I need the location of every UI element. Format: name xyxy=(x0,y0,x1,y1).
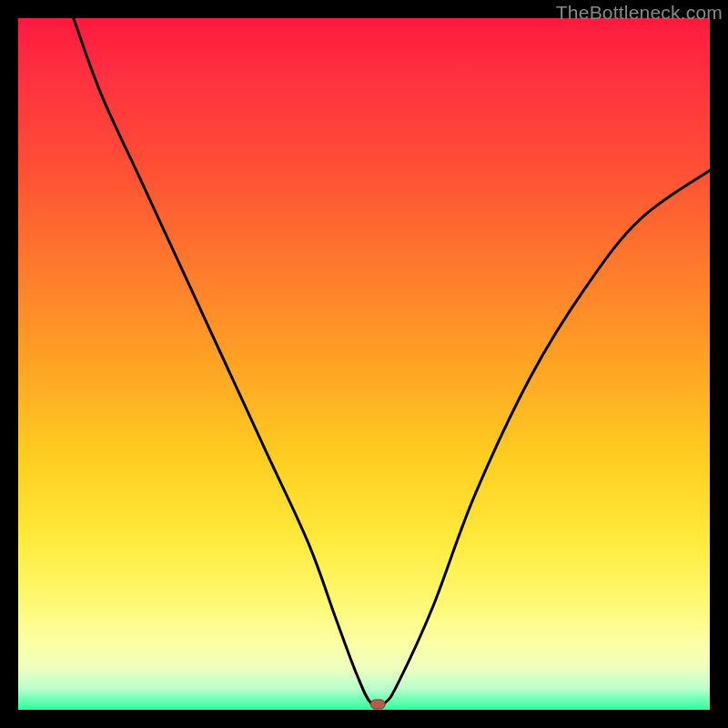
watermark-text: TheBottleneck.com xyxy=(556,2,723,24)
plot-area xyxy=(18,18,710,710)
chart-stage: TheBottleneck.com xyxy=(0,0,728,728)
optimal-point-marker xyxy=(370,700,385,709)
bottleneck-curve xyxy=(74,18,710,706)
curve-layer xyxy=(18,18,710,710)
